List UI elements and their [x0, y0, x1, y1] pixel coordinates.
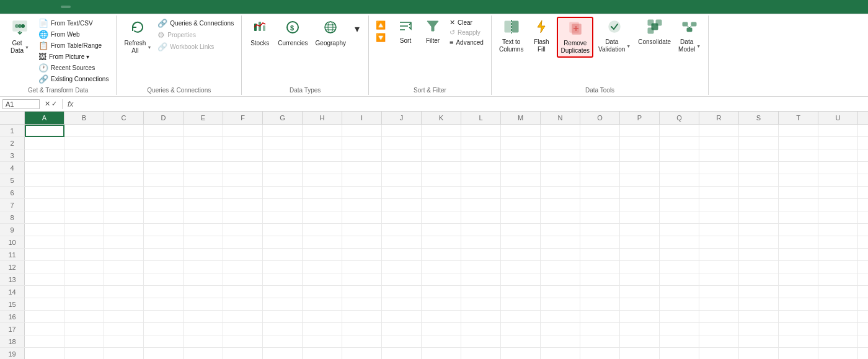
cell-F4[interactable]	[223, 162, 263, 174]
cell-O18[interactable]	[580, 335, 620, 348]
cell-M6[interactable]	[501, 187, 541, 199]
cell-I12[interactable]	[342, 261, 382, 273]
cell-I17[interactable]	[342, 323, 382, 335]
cell-D6[interactable]	[144, 187, 184, 199]
cell-A18[interactable]	[25, 335, 64, 348]
recent-sources-button[interactable]: 🕐 Recent Sources	[36, 63, 111, 73]
cell-P19[interactable]	[620, 348, 660, 359]
cell-N15[interactable]	[541, 298, 580, 311]
cell-I2[interactable]	[342, 137, 382, 149]
col-header-L[interactable]: L	[461, 112, 501, 124]
cell-U8[interactable]	[818, 211, 858, 224]
cell-I13[interactable]	[342, 273, 382, 286]
cell-P2[interactable]	[620, 137, 660, 149]
cell-N1[interactable]	[541, 125, 580, 137]
cell-K3[interactable]	[422, 149, 461, 162]
cell-C15[interactable]	[104, 298, 144, 311]
cell-S19[interactable]	[739, 348, 779, 359]
cell-Q16[interactable]	[660, 311, 699, 323]
cell-S4[interactable]	[739, 162, 779, 174]
cell-B15[interactable]	[64, 298, 104, 311]
cell-B12[interactable]	[64, 261, 104, 273]
cell-I18[interactable]	[342, 335, 382, 348]
cell-T7[interactable]	[779, 199, 818, 211]
cell-J5[interactable]	[382, 174, 422, 187]
geography-button[interactable]: Geography	[313, 17, 348, 49]
cell-L2[interactable]	[461, 137, 501, 149]
cell-E13[interactable]	[184, 273, 223, 286]
cell-V5[interactable]	[858, 174, 868, 187]
cell-B2[interactable]	[64, 137, 104, 149]
cell-N17[interactable]	[541, 323, 580, 335]
cell-V16[interactable]	[858, 311, 868, 323]
advanced-button[interactable]: ≡ Advanced	[447, 38, 486, 47]
cell-I10[interactable]	[342, 236, 382, 249]
cell-E17[interactable]	[184, 323, 223, 335]
cell-U19[interactable]	[818, 348, 858, 359]
cell-U10[interactable]	[818, 236, 858, 249]
cell-E15[interactable]	[184, 298, 223, 311]
cell-F17[interactable]	[223, 323, 263, 335]
cell-G19[interactable]	[263, 348, 303, 359]
col-header-A[interactable]: A	[25, 112, 64, 124]
cell-J11[interactable]	[382, 249, 422, 261]
cell-H2[interactable]	[303, 137, 342, 149]
cell-A4[interactable]	[25, 162, 64, 174]
cell-H19[interactable]	[303, 348, 342, 359]
currencies-button[interactable]: $ Currencies	[275, 17, 310, 49]
row-header-13[interactable]: 13	[0, 273, 25, 285]
cell-V15[interactable]	[858, 298, 868, 311]
cell-Q13[interactable]	[660, 273, 699, 286]
existing-connections-button[interactable]: 🔗 Existing Connections	[36, 74, 111, 84]
cell-U17[interactable]	[818, 323, 858, 335]
col-header-V[interactable]: V	[858, 112, 868, 124]
cell-I7[interactable]	[342, 199, 382, 211]
cell-B14[interactable]	[64, 286, 104, 298]
cell-P10[interactable]	[620, 236, 660, 249]
select-all-corner[interactable]	[0, 112, 25, 124]
cell-I8[interactable]	[342, 211, 382, 224]
col-header-B[interactable]: B	[64, 112, 104, 124]
cell-B5[interactable]	[64, 174, 104, 187]
cell-O5[interactable]	[580, 174, 620, 187]
cell-G3[interactable]	[263, 149, 303, 162]
menu-review[interactable]	[72, 6, 82, 8]
cell-S16[interactable]	[739, 311, 779, 323]
cell-D10[interactable]	[144, 236, 184, 249]
cell-H7[interactable]	[303, 199, 342, 211]
cell-D18[interactable]	[144, 335, 184, 348]
row-header-11[interactable]: 11	[0, 249, 25, 260]
cell-C9[interactable]	[104, 224, 144, 236]
cell-C8[interactable]	[104, 211, 144, 224]
menu-data[interactable]	[61, 6, 71, 8]
cell-V18[interactable]	[858, 335, 868, 348]
cell-P13[interactable]	[620, 273, 660, 286]
cell-T3[interactable]	[779, 149, 818, 162]
cell-A11[interactable]	[25, 249, 64, 261]
cell-D5[interactable]	[144, 174, 184, 187]
cell-T2[interactable]	[779, 137, 818, 149]
cell-M19[interactable]	[501, 348, 541, 359]
cell-Q15[interactable]	[660, 298, 699, 311]
cell-T8[interactable]	[779, 211, 818, 224]
cell-I14[interactable]	[342, 286, 382, 298]
cell-I9[interactable]	[342, 224, 382, 236]
cell-K17[interactable]	[422, 323, 461, 335]
cell-I6[interactable]	[342, 187, 382, 199]
cell-D1[interactable]	[144, 125, 184, 137]
cell-H13[interactable]	[303, 273, 342, 286]
cell-T19[interactable]	[779, 348, 818, 359]
cell-U4[interactable]	[818, 162, 858, 174]
col-header-O[interactable]: O	[580, 112, 620, 124]
sort-za-button[interactable]: 🔽	[374, 32, 391, 43]
cell-H17[interactable]	[303, 323, 342, 335]
cell-K4[interactable]	[422, 162, 461, 174]
cell-I16[interactable]	[342, 311, 382, 323]
cell-C11[interactable]	[104, 249, 144, 261]
cell-Q5[interactable]	[660, 174, 699, 187]
cell-K6[interactable]	[422, 187, 461, 199]
cell-N6[interactable]	[541, 187, 580, 199]
cell-A14[interactable]	[25, 286, 64, 298]
cell-F6[interactable]	[223, 187, 263, 199]
col-header-R[interactable]: R	[699, 112, 739, 124]
